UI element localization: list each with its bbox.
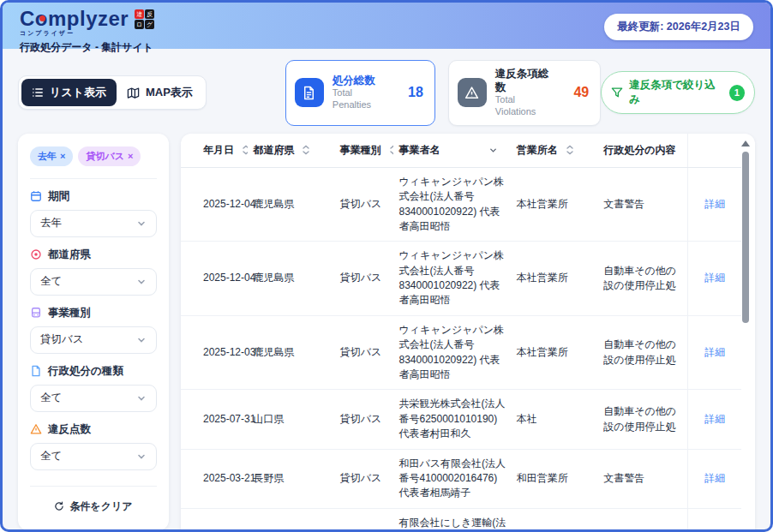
filter-by-violation-button[interactable]: 違反条項で絞り込み 1	[601, 71, 755, 114]
map-view-label: MAP表示	[146, 85, 193, 100]
stat-value-total-penalties: 18	[408, 85, 423, 100]
app-logo: Complyzer	[20, 9, 129, 29]
logo-block: Complyzer 違反 ログ コンプライザー 行政処分データ - 集計サイト	[20, 9, 154, 55]
cell-office: 本社営業所	[512, 242, 598, 316]
column-header-business-type[interactable]: 事業種別	[335, 134, 394, 168]
logo-kana: コンプライザー	[20, 29, 154, 38]
chevron-down-icon	[136, 335, 147, 345]
scrollbar-thumb[interactable]	[742, 152, 749, 323]
filter-label: 事業種別	[48, 306, 91, 320]
table-row: 2025-01-24 兵庫県 貸切バス 有限会社にしき運輸(法人番号414000…	[181, 508, 741, 532]
business-type-select[interactable]: 貸切バス	[30, 326, 157, 354]
list-icon	[32, 87, 44, 99]
cell-business-type: 貸切バス	[335, 508, 394, 532]
refresh-icon	[54, 501, 64, 511]
cell-office: 和田営業所	[512, 449, 598, 508]
clear-button-label: 条件をクリア	[69, 499, 132, 514]
detail-link[interactable]: 詳細	[704, 472, 725, 484]
column-header-office[interactable]: 営業所名	[512, 134, 598, 168]
cell-office: 本社営業所	[512, 167, 598, 242]
sort-icon	[389, 145, 394, 155]
stat-subtitle: Total Penalties	[333, 87, 389, 111]
period-select[interactable]: 去年	[30, 210, 157, 237]
column-header-prefecture[interactable]: 都道府県	[248, 134, 334, 168]
main-content: 去年 × 貸切バス × 期間 去年	[3, 134, 770, 532]
detail-link[interactable]: 詳細	[704, 346, 725, 358]
chevron-down-icon	[136, 393, 147, 403]
cell-action: 文書警告	[598, 508, 688, 532]
cell-date: 2025-03-21	[181, 449, 248, 508]
document-icon	[295, 78, 324, 107]
table-row: 2025-07-31 山口県 貸切バス 共栄観光株式会社(法人番号6250001…	[181, 390, 741, 449]
chevron-down-icon	[136, 277, 147, 287]
cell-office: 本社営業所	[512, 315, 598, 390]
stat-title: 処分総数	[333, 75, 389, 88]
table-row: 2025-12-04 鹿児島県 貸切バス ウィキャンジャパン株式会社(法人番号8…	[181, 167, 741, 242]
list-view-button[interactable]: リスト表示	[21, 79, 117, 106]
cell-operator: 和田バス有限会社(法人番号4100002016476) 代表者相馬靖子	[393, 449, 511, 508]
filter-label: 行政処分の種類	[48, 364, 123, 379]
cell-business-type: 貸切バス	[335, 390, 394, 449]
cell-prefecture: 鹿児島県	[248, 167, 334, 242]
table-row: 2025-03-21 長野県 貸切バス 和田バス有限会社(法人番号4100002…	[181, 449, 741, 508]
sort-icon	[302, 145, 310, 155]
table-header-row: 年月日 都道府県 事業種別 事業者名	[181, 134, 741, 168]
scrollbar-up-arrow-icon[interactable]	[741, 140, 750, 146]
filter-label: 期間	[48, 189, 69, 204]
sort-desc-icon	[488, 146, 498, 155]
detail-link[interactable]: 詳細	[704, 413, 725, 425]
cell-prefecture: 鹿児島県	[248, 315, 334, 390]
chip-remove-icon[interactable]: ×	[128, 151, 133, 161]
cell-action: 自動車その他の設の使用停止処	[598, 242, 688, 316]
chip-label: 貸切バス	[86, 150, 124, 163]
divider	[30, 178, 157, 179]
column-header-operator[interactable]: 事業者名	[393, 134, 511, 168]
results-table: 年月日 都道府県 事業種別 事業者名	[181, 134, 741, 532]
vertical-scrollbar[interactable]	[740, 140, 751, 532]
clear-filters-button[interactable]: 条件をクリア	[54, 499, 132, 514]
chip-remove-icon[interactable]: ×	[60, 151, 65, 161]
detail-link[interactable]: 詳細	[704, 198, 725, 210]
column-header-date[interactable]: 年月日	[181, 134, 248, 168]
cell-action: 文書警告	[598, 167, 688, 242]
filter-chip-charter-bus[interactable]: 貸切バス ×	[78, 146, 141, 166]
prefecture-select[interactable]: 全て	[30, 268, 157, 296]
cell-operator: ウィキャンジャパン株式会社(法人番号8340001020922) 代表者高田昭悟	[393, 167, 511, 242]
table-row: 2025-12-03 鹿児島県 貸切バス ウィキャンジャパン株式会社(法人番号8…	[181, 315, 741, 390]
column-header-action[interactable]: 行政処分の内容	[598, 134, 688, 168]
select-value: 全て	[40, 391, 62, 405]
map-view-button[interactable]: MAP表示	[117, 79, 203, 106]
site-subtitle: 行政処分データ - 集計サイト	[20, 40, 154, 55]
filter-chip-last-year[interactable]: 去年 ×	[30, 146, 73, 166]
violation-points-select[interactable]: 全て	[30, 443, 157, 470]
funnel-icon	[611, 87, 623, 99]
cell-operator: 有限会社にしき運輸(法人番号4140002035002)代表者細見拓史	[393, 508, 511, 532]
clear-row: 条件をクリア	[30, 486, 157, 516]
chevron-down-icon	[136, 451, 147, 462]
detail-link[interactable]: 詳細	[704, 272, 725, 284]
app-window: Complyzer 違反 ログ コンプライザー 行政処分データ - 集計サイト …	[0, 0, 773, 532]
stat-subtitle: Total Violations	[495, 94, 555, 118]
filter-group-period: 期間 去年	[30, 189, 157, 237]
filter-label: 都道府県	[48, 248, 91, 262]
filter-button-label: 違反条項で絞り込み	[629, 78, 722, 107]
filter-group-violation-points: 違反点数 全て	[30, 422, 157, 470]
sort-icon	[566, 145, 574, 155]
last-updated-badge: 最終更新: 2026年2月23日	[604, 14, 753, 40]
cell-prefecture: 兵庫県	[248, 508, 334, 532]
filter-group-prefecture: 都道府県 全て	[30, 248, 157, 296]
select-value: 去年	[40, 216, 62, 230]
stat-value-total-violations: 49	[573, 85, 589, 100]
filter-count-badge: 1	[729, 85, 745, 101]
bus-icon	[30, 307, 42, 319]
stat-card-total-penalties: 処分総数 Total Penalties 18	[285, 60, 435, 126]
cell-office: 本社営業所	[512, 508, 598, 532]
cell-prefecture: 鹿児島県	[248, 242, 334, 316]
table-row: 2025-12-04 鹿児島県 貸切バス ウィキャンジャパン株式会社(法人番号8…	[181, 242, 741, 316]
action-type-select[interactable]: 全て	[30, 385, 157, 412]
select-value: 全て	[40, 449, 62, 463]
cell-date: 2025-12-03	[181, 315, 248, 390]
view-toggle: リスト表示 MAP表示	[18, 75, 207, 110]
filter-sidebar: 去年 × 貸切バス × 期間 去年	[18, 134, 169, 531]
cell-business-type: 貸切バス	[335, 242, 394, 316]
